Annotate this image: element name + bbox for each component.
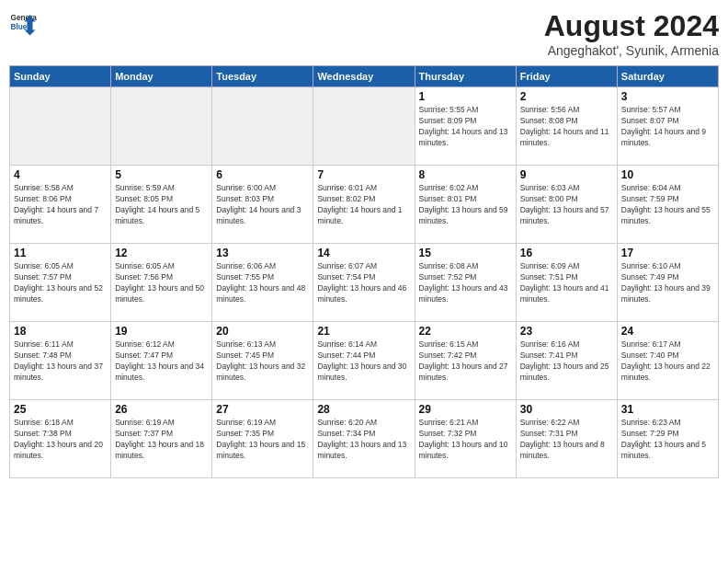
day-number: 3 [621, 90, 714, 103]
day-info: Sunrise: 6:13 AMSunset: 7:45 PMDaylight:… [216, 339, 309, 384]
day-info: Sunrise: 6:18 AMSunset: 7:38 PMDaylight:… [14, 418, 107, 462]
day-number: 14 [317, 247, 410, 259]
day-cell: 27Sunrise: 6:19 AMSunset: 7:35 PMDayligh… [212, 400, 313, 478]
day-cell: 18Sunrise: 6:11 AMSunset: 7:48 PMDayligh… [10, 322, 111, 400]
day-number: 23 [520, 325, 613, 338]
day-info: Sunrise: 6:19 AMSunset: 7:37 PMDaylight:… [115, 418, 208, 462]
day-cell: 17Sunrise: 6:10 AMSunset: 7:49 PMDayligh… [617, 244, 718, 322]
day-cell: 7Sunrise: 6:01 AMSunset: 8:02 PMDaylight… [313, 166, 415, 244]
day-number: 6 [216, 168, 309, 181]
day-number: 18 [14, 325, 107, 338]
day-number: 17 [621, 247, 714, 259]
day-cell: 11Sunrise: 6:05 AMSunset: 7:57 PMDayligh… [10, 244, 111, 322]
day-number: 29 [419, 403, 512, 416]
day-number: 28 [317, 403, 410, 416]
day-info: Sunrise: 6:02 AMSunset: 8:01 PMDaylight:… [419, 183, 512, 227]
logo: General Blue [9, 9, 37, 37]
day-cell: 25Sunrise: 6:18 AMSunset: 7:38 PMDayligh… [10, 400, 111, 478]
day-info: Sunrise: 5:55 AMSunset: 8:09 PMDaylight:… [419, 105, 512, 149]
day-number: 30 [520, 403, 613, 416]
day-cell: 30Sunrise: 6:22 AMSunset: 7:31 PMDayligh… [516, 400, 617, 478]
day-number: 19 [115, 325, 208, 338]
day-cell: 24Sunrise: 6:17 AMSunset: 7:40 PMDayligh… [617, 322, 718, 400]
day-cell: 19Sunrise: 6:12 AMSunset: 7:47 PMDayligh… [111, 322, 212, 400]
day-number: 11 [14, 247, 107, 259]
day-info: Sunrise: 6:19 AMSunset: 7:35 PMDaylight:… [216, 418, 309, 462]
day-info: Sunrise: 6:08 AMSunset: 7:52 PMDaylight:… [419, 261, 512, 305]
day-number: 7 [317, 168, 410, 181]
day-number: 25 [14, 403, 107, 416]
day-number: 2 [520, 90, 613, 103]
day-info: Sunrise: 6:14 AMSunset: 7:44 PMDaylight:… [317, 339, 410, 384]
day-info: Sunrise: 6:07 AMSunset: 7:54 PMDaylight:… [317, 261, 410, 305]
day-info: Sunrise: 6:10 AMSunset: 7:49 PMDaylight:… [621, 261, 714, 305]
day-cell [111, 87, 212, 166]
day-info: Sunrise: 6:06 AMSunset: 7:55 PMDaylight:… [216, 261, 309, 305]
day-cell: 4Sunrise: 5:58 AMSunset: 8:06 PMDaylight… [10, 166, 111, 244]
day-info: Sunrise: 6:09 AMSunset: 7:51 PMDaylight:… [520, 261, 613, 305]
day-info: Sunrise: 6:16 AMSunset: 7:41 PMDaylight:… [520, 339, 613, 384]
subtitle: Angeghakot', Syunik, Armenia [544, 43, 719, 58]
day-header-wednesday: Wednesday [313, 66, 415, 87]
week-row-5: 25Sunrise: 6:18 AMSunset: 7:38 PMDayligh… [10, 400, 719, 478]
day-cell [313, 87, 415, 166]
day-number: 21 [317, 325, 410, 338]
day-cell: 8Sunrise: 6:02 AMSunset: 8:01 PMDaylight… [415, 166, 516, 244]
day-cell: 14Sunrise: 6:07 AMSunset: 7:54 PMDayligh… [313, 244, 415, 322]
day-info: Sunrise: 5:59 AMSunset: 8:05 PMDaylight:… [115, 183, 208, 227]
day-cell: 26Sunrise: 6:19 AMSunset: 7:37 PMDayligh… [111, 400, 212, 478]
day-cell: 15Sunrise: 6:08 AMSunset: 7:52 PMDayligh… [415, 244, 516, 322]
day-number: 5 [115, 168, 208, 181]
header-area: General Blue August 2024 Angeghakot', Sy… [9, 9, 719, 58]
day-number: 9 [520, 168, 613, 181]
day-cell: 9Sunrise: 6:03 AMSunset: 8:00 PMDaylight… [516, 166, 617, 244]
title-area: August 2024 Angeghakot', Syunik, Armenia [544, 9, 719, 58]
day-cell: 2Sunrise: 5:56 AMSunset: 8:08 PMDaylight… [516, 87, 617, 166]
calendar-table: SundayMondayTuesdayWednesdayThursdayFrid… [9, 65, 719, 478]
day-cell: 28Sunrise: 6:20 AMSunset: 7:34 PMDayligh… [313, 400, 415, 478]
logo-icon: General Blue [9, 9, 37, 37]
day-cell: 3Sunrise: 5:57 AMSunset: 8:07 PMDaylight… [617, 87, 718, 166]
day-cell: 21Sunrise: 6:14 AMSunset: 7:44 PMDayligh… [313, 322, 415, 400]
day-cell: 12Sunrise: 6:05 AMSunset: 7:56 PMDayligh… [111, 244, 212, 322]
day-number: 24 [621, 325, 714, 338]
day-header-monday: Monday [111, 66, 212, 87]
day-cell [10, 87, 111, 166]
day-info: Sunrise: 6:12 AMSunset: 7:47 PMDaylight:… [115, 339, 208, 384]
day-cell: 10Sunrise: 6:04 AMSunset: 7:59 PMDayligh… [617, 166, 718, 244]
day-cell: 29Sunrise: 6:21 AMSunset: 7:32 PMDayligh… [415, 400, 516, 478]
day-number: 1 [419, 90, 512, 103]
day-cell: 1Sunrise: 5:55 AMSunset: 8:09 PMDaylight… [415, 87, 516, 166]
day-number: 12 [115, 247, 208, 259]
day-info: Sunrise: 6:15 AMSunset: 7:42 PMDaylight:… [419, 339, 512, 384]
day-info: Sunrise: 5:57 AMSunset: 8:07 PMDaylight:… [621, 105, 714, 149]
svg-text:Blue: Blue [11, 23, 28, 31]
week-row-4: 18Sunrise: 6:11 AMSunset: 7:48 PMDayligh… [10, 322, 719, 400]
header-row: SundayMondayTuesdayWednesdayThursdayFrid… [10, 66, 719, 87]
day-cell: 13Sunrise: 6:06 AMSunset: 7:55 PMDayligh… [212, 244, 313, 322]
day-number: 22 [419, 325, 512, 338]
week-row-1: 1Sunrise: 5:55 AMSunset: 8:09 PMDaylight… [10, 87, 719, 166]
day-info: Sunrise: 6:22 AMSunset: 7:31 PMDaylight:… [520, 418, 613, 462]
day-info: Sunrise: 6:20 AMSunset: 7:34 PMDaylight:… [317, 418, 410, 462]
day-cell: 23Sunrise: 6:16 AMSunset: 7:41 PMDayligh… [516, 322, 617, 400]
week-row-2: 4Sunrise: 5:58 AMSunset: 8:06 PMDaylight… [10, 166, 719, 244]
main-title: August 2024 [544, 9, 719, 43]
day-info: Sunrise: 5:58 AMSunset: 8:06 PMDaylight:… [14, 183, 107, 227]
day-number: 26 [115, 403, 208, 416]
day-header-friday: Friday [516, 66, 617, 87]
day-cell: 31Sunrise: 6:23 AMSunset: 7:29 PMDayligh… [617, 400, 718, 478]
day-number: 20 [216, 325, 309, 338]
day-info: Sunrise: 6:00 AMSunset: 8:03 PMDaylight:… [216, 183, 309, 227]
day-cell [212, 87, 313, 166]
day-info: Sunrise: 6:17 AMSunset: 7:40 PMDaylight:… [621, 339, 714, 384]
day-info: Sunrise: 6:05 AMSunset: 7:56 PMDaylight:… [115, 261, 208, 305]
day-info: Sunrise: 6:01 AMSunset: 8:02 PMDaylight:… [317, 183, 410, 227]
day-cell: 20Sunrise: 6:13 AMSunset: 7:45 PMDayligh… [212, 322, 313, 400]
day-info: Sunrise: 6:11 AMSunset: 7:48 PMDaylight:… [14, 339, 107, 384]
day-info: Sunrise: 5:56 AMSunset: 8:08 PMDaylight:… [520, 105, 613, 149]
day-header-sunday: Sunday [10, 66, 111, 87]
day-info: Sunrise: 6:05 AMSunset: 7:57 PMDaylight:… [14, 261, 107, 305]
day-number: 8 [419, 168, 512, 181]
day-info: Sunrise: 6:21 AMSunset: 7:32 PMDaylight:… [419, 418, 512, 462]
